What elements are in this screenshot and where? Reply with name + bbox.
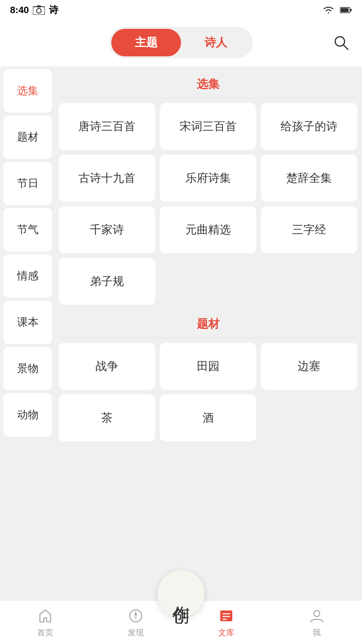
nav-label-discover: 发现 bbox=[128, 627, 144, 638]
svg-rect-4 bbox=[341, 8, 349, 12]
sidebar-item-subject[interactable]: 题材 bbox=[3, 115, 52, 159]
grid-cell-gushi19[interactable]: 古诗十九首 bbox=[59, 155, 155, 202]
grid-cell-empty-3 bbox=[261, 394, 357, 441]
grid-cell-yuefu[interactable]: 乐府诗集 bbox=[160, 155, 256, 202]
grid-cell-yuanqu[interactable]: 元曲精选 bbox=[160, 206, 256, 253]
user-icon bbox=[308, 607, 325, 625]
search-icon bbox=[333, 34, 350, 52]
battery-icon bbox=[340, 7, 352, 13]
home-icon bbox=[37, 607, 54, 625]
svg-marker-10 bbox=[134, 616, 137, 621]
nav-item-home[interactable]: 首页 bbox=[0, 607, 90, 638]
tab-poet[interactable]: 诗人 bbox=[181, 29, 251, 56]
grid-cell-war[interactable]: 战争 bbox=[59, 343, 155, 390]
grid-row-5: 战争 田园 边塞 bbox=[59, 343, 357, 390]
photo-icon bbox=[33, 5, 45, 15]
grid-cell-pastoral[interactable]: 田园 bbox=[160, 343, 256, 390]
grid-row-4: 弟子规 bbox=[59, 258, 357, 305]
svg-marker-9 bbox=[134, 611, 137, 616]
sidebar-item-scenery[interactable]: 景物 bbox=[3, 347, 52, 390]
tab-theme[interactable]: 主题 bbox=[111, 29, 181, 56]
grid-cell-qianjia[interactable]: 千家诗 bbox=[59, 206, 155, 253]
grid-cell-tea[interactable]: 茶 bbox=[59, 394, 155, 441]
grid-cell-empty-2 bbox=[261, 258, 357, 305]
status-left: 8:40 诗 bbox=[10, 4, 58, 16]
svg-rect-5 bbox=[350, 9, 352, 11]
header: 主题 诗人 bbox=[0, 20, 362, 66]
status-bar: 8:40 诗 bbox=[0, 0, 362, 20]
sidebar: 选集 题材 节日 节气 情感 课本 景物 动物 bbox=[0, 66, 55, 613]
title: 诗 bbox=[49, 4, 58, 16]
library-icon bbox=[218, 607, 235, 625]
svg-rect-0 bbox=[33, 7, 45, 15]
status-right bbox=[322, 5, 352, 15]
grid-row-6: 茶 酒 bbox=[59, 394, 357, 441]
grid-cell-dizigui[interactable]: 弟子规 bbox=[59, 258, 155, 305]
sidebar-item-solarterm[interactable]: 节气 bbox=[3, 208, 52, 252]
main-layout: 选集 题材 节日 节气 情感 课本 景物 动物 选集 唐诗三百首 宋词三百首 给… bbox=[0, 66, 362, 613]
search-button[interactable] bbox=[333, 34, 350, 53]
svg-point-1 bbox=[37, 8, 41, 13]
fab-create[interactable]: 创作 bbox=[158, 570, 204, 617]
wifi-icon bbox=[322, 5, 335, 15]
sidebar-item-anthology[interactable]: 选集 bbox=[3, 69, 52, 113]
section-title-anthology: 选集 bbox=[59, 70, 357, 97]
grid-cell-wine[interactable]: 酒 bbox=[160, 394, 256, 441]
divider-subject bbox=[59, 338, 357, 338]
nav-label-library: 文库 bbox=[218, 627, 234, 638]
section-title-subject: 题材 bbox=[59, 310, 357, 336]
grid-cell-tangshi[interactable]: 唐诗三百首 bbox=[59, 103, 155, 150]
nav-item-me[interactable]: 我 bbox=[272, 607, 362, 638]
time: 8:40 bbox=[10, 5, 29, 15]
sidebar-item-textbook[interactable]: 课本 bbox=[3, 301, 52, 344]
nav-label-home: 首页 bbox=[37, 627, 53, 638]
grid-cell-chuci[interactable]: 楚辞全集 bbox=[261, 155, 357, 202]
grid-cell-frontier[interactable]: 边塞 bbox=[261, 343, 357, 390]
svg-point-15 bbox=[314, 610, 320, 616]
grid-row-1: 唐诗三百首 宋词三百首 给孩子的诗 bbox=[59, 103, 357, 150]
svg-line-7 bbox=[343, 45, 348, 50]
svg-rect-2 bbox=[37, 5, 41, 7]
compass-icon bbox=[127, 607, 144, 625]
sidebar-item-emotion[interactable]: 情感 bbox=[3, 254, 52, 298]
tab-switcher: 主题 诗人 bbox=[109, 27, 253, 58]
grid-cell-haizi[interactable]: 给孩子的诗 bbox=[261, 103, 357, 150]
grid-cell-sanzijing[interactable]: 三字经 bbox=[261, 206, 357, 253]
grid-cell-songci[interactable]: 宋词三百首 bbox=[160, 103, 256, 150]
nav-label-me: 我 bbox=[313, 627, 321, 638]
grid-row-3: 千家诗 元曲精选 三字经 bbox=[59, 206, 357, 253]
sidebar-item-animal[interactable]: 动物 bbox=[3, 393, 52, 437]
divider-anthology bbox=[59, 98, 357, 98]
content: 选集 唐诗三百首 宋词三百首 给孩子的诗 古诗十九首 乐府诗集 楚辞全集 千家诗… bbox=[55, 66, 362, 613]
sidebar-item-holiday[interactable]: 节日 bbox=[3, 162, 52, 205]
grid-row-2: 古诗十九首 乐府诗集 楚辞全集 bbox=[59, 155, 357, 202]
grid-cell-empty-1 bbox=[160, 258, 256, 305]
